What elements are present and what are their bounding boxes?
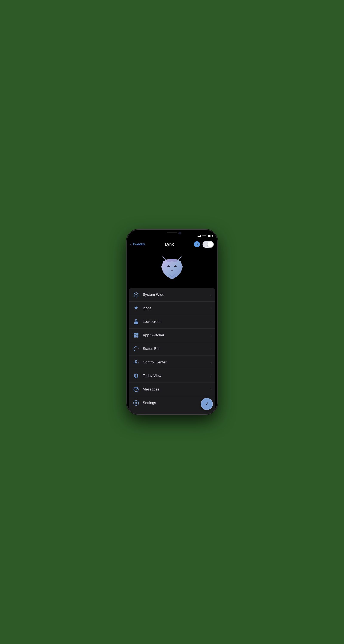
status-icons bbox=[197, 234, 213, 238]
system-wide-label: System Wide bbox=[143, 292, 211, 297]
menu-item-photos[interactable]: Photos › bbox=[129, 410, 215, 414]
menu-item-status-bar[interactable]: Status Bar › bbox=[129, 342, 215, 356]
control-center-icon bbox=[133, 359, 139, 365]
system-wide-icon-wrap bbox=[132, 291, 140, 298]
menu-list: System Wide › Icons › bbox=[129, 288, 215, 414]
system-wide-chevron: › bbox=[211, 293, 212, 297]
svg-point-10 bbox=[136, 296, 137, 298]
today-view-chevron: › bbox=[211, 374, 212, 378]
checkmark-icon: ✓ bbox=[205, 401, 209, 407]
settings-label: Settings bbox=[143, 401, 211, 405]
svg-point-9 bbox=[136, 292, 137, 293]
today-view-icon-wrap bbox=[132, 372, 140, 380]
enable-toggle[interactable] bbox=[203, 241, 214, 248]
messages-icon bbox=[133, 386, 139, 392]
lockscreen-label: Lockscreen bbox=[143, 320, 211, 324]
back-label: Tweaks bbox=[132, 242, 145, 246]
system-wide-icon bbox=[133, 292, 139, 298]
svg-rect-17 bbox=[136, 336, 138, 338]
svg-point-18 bbox=[135, 362, 137, 364]
phone-device: ‹ Tweaks Lynx ℹ bbox=[127, 230, 217, 414]
status-bar-icon-wrap bbox=[132, 345, 140, 352]
app-switcher-icon-wrap bbox=[132, 332, 140, 339]
svg-point-5 bbox=[134, 293, 135, 294]
phone-screen: ‹ Tweaks Lynx ℹ bbox=[127, 230, 217, 414]
signal-bar-3 bbox=[199, 236, 200, 237]
menu-item-lockscreen[interactable]: Lockscreen › bbox=[129, 315, 215, 329]
app-switcher-label: App Switcher bbox=[143, 333, 211, 338]
info-icon: ℹ bbox=[197, 242, 198, 246]
back-button[interactable]: ‹ Tweaks bbox=[130, 242, 145, 247]
svg-point-6 bbox=[137, 293, 138, 294]
svg-rect-15 bbox=[134, 335, 136, 338]
svg-point-8 bbox=[137, 296, 138, 297]
back-chevron-icon: ‹ bbox=[130, 242, 132, 247]
lockscreen-icon bbox=[133, 319, 139, 325]
signal-bar-1 bbox=[197, 236, 198, 237]
messages-chevron: › bbox=[211, 388, 212, 391]
menu-item-system-wide[interactable]: System Wide › bbox=[129, 288, 215, 302]
control-center-label: Control Center bbox=[143, 360, 211, 364]
messages-label: Messages bbox=[143, 387, 211, 392]
nav-right-controls: ℹ bbox=[194, 241, 214, 248]
svg-rect-16 bbox=[136, 333, 138, 336]
toggle-knob bbox=[208, 242, 213, 247]
messages-icon-wrap bbox=[132, 386, 140, 393]
menu-item-control-center[interactable]: Control Center › bbox=[129, 356, 215, 369]
info-button[interactable]: ℹ bbox=[194, 241, 200, 247]
svg-point-13 bbox=[135, 320, 137, 321]
svg-rect-14 bbox=[134, 333, 136, 335]
status-bar-chevron: › bbox=[211, 347, 212, 351]
navigation-bar: ‹ Tweaks Lynx ℹ bbox=[127, 239, 217, 250]
wifi-icon bbox=[202, 234, 206, 238]
photos-icon-wrap bbox=[132, 413, 140, 414]
signal-bar-4 bbox=[200, 235, 201, 237]
svg-point-4 bbox=[135, 294, 137, 296]
control-center-chevron: › bbox=[211, 360, 212, 364]
app-switcher-chevron: › bbox=[211, 334, 212, 337]
signal-icon bbox=[197, 235, 201, 237]
svg-point-7 bbox=[134, 296, 135, 297]
today-view-label: Today View bbox=[143, 374, 211, 378]
notch bbox=[157, 230, 187, 236]
menu-item-app-switcher[interactable]: App Switcher › bbox=[129, 329, 215, 342]
menu-item-today-view[interactable]: Today View › bbox=[129, 369, 215, 383]
lockscreen-icon-wrap bbox=[132, 318, 140, 326]
speaker bbox=[167, 232, 177, 233]
front-camera bbox=[179, 232, 181, 234]
today-view-icon bbox=[133, 373, 139, 379]
menu-item-icons[interactable]: Icons › bbox=[129, 302, 215, 315]
settings-icon-wrap bbox=[132, 399, 140, 406]
menu-item-messages[interactable]: Messages › bbox=[129, 383, 215, 396]
screen-content: System Wide › Icons › bbox=[127, 250, 217, 414]
status-bar-icon bbox=[133, 346, 139, 352]
app-switcher-icon bbox=[133, 332, 139, 338]
icons-chevron: › bbox=[211, 306, 212, 310]
icons-label: Icons bbox=[143, 306, 211, 310]
svg-point-12 bbox=[136, 322, 136, 323]
icons-icon bbox=[133, 305, 139, 311]
battery-icon bbox=[207, 235, 213, 237]
lynx-logo bbox=[159, 255, 185, 283]
signal-bar-2 bbox=[198, 236, 199, 237]
settings-icon bbox=[133, 400, 139, 406]
confirm-fab-button[interactable]: ✓ bbox=[201, 398, 213, 410]
control-center-icon-wrap bbox=[132, 359, 140, 366]
page-title: Lynx bbox=[165, 242, 174, 247]
lockscreen-chevron: › bbox=[211, 320, 212, 324]
photos-icon bbox=[133, 414, 139, 414]
icons-icon-wrap bbox=[132, 304, 140, 312]
status-bar-label: Status Bar bbox=[143, 347, 211, 351]
logo-section bbox=[127, 250, 217, 288]
